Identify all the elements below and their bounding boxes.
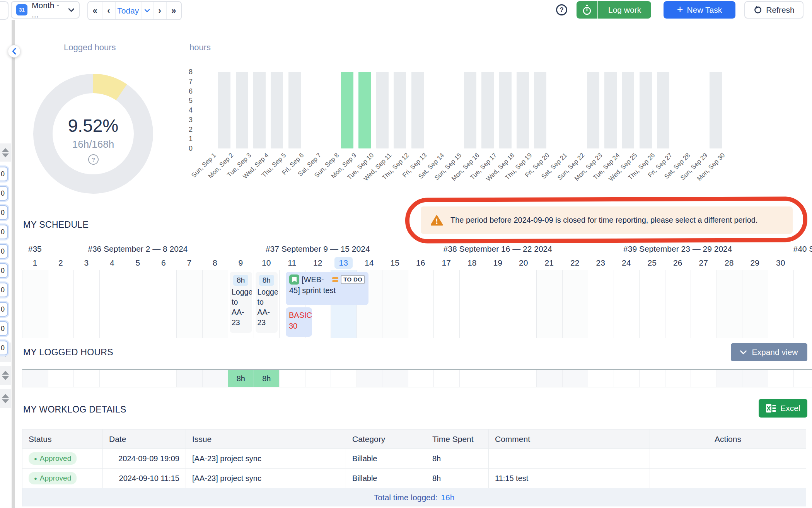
day-number: 28 [716,256,742,270]
y-axis-tick-label: 5 [177,96,193,105]
day-number: 27 [691,256,716,270]
day-number: 8 [202,256,228,270]
cutoff-chip[interactable]: 0 [0,341,8,355]
next-period-button[interactable]: › [153,2,166,19]
cutoff-chip[interactable]: 0 [0,205,8,220]
cutoff-chip[interactable]: 0 [0,321,8,336]
schedule-day-cell[interactable] [691,270,717,338]
cutoff-chip[interactable]: 0 [0,167,8,181]
chevron-down-icon [145,9,150,12]
refresh-button[interactable]: Refresh [744,1,803,19]
bar [341,72,353,148]
schedule-worklog-card[interactable]: 8hLogge to AA- 23 [256,272,278,333]
schedule-day-cell[interactable] [511,270,537,338]
collapse-panel-button[interactable] [8,45,20,58]
schedule-day-cell[interactable] [665,270,691,338]
export-excel-button[interactable]: Excel [759,399,807,418]
day-number: 29 [742,256,768,270]
cutoff-chip[interactable]: 0 [0,283,8,297]
worklog-cell-actions [650,469,806,488]
sort-handle[interactable] [0,143,11,162]
excel-icon [766,403,776,413]
day-number: 24 [614,256,640,270]
first-period-button[interactable]: « [88,2,102,19]
expand-view-label: Expand view [752,348,798,357]
axis-category-label: Wed, Sep 4 [210,152,270,211]
date-navigation: « ‹ Today › » [87,1,182,20]
logged-hours-cell [74,370,100,387]
cutoff-chip[interactable]: 0 [0,302,8,317]
donut-help-icon[interactable]: ? [88,154,99,165]
help-icon[interactable]: ? [556,4,567,15]
status-badge: ●Approved [29,472,77,484]
logged-hours-cell [717,370,743,387]
sort-down-icon [2,376,9,380]
logged-hours-cell [22,370,48,387]
schedule-day-cell[interactable] [768,270,794,338]
axis-category-label: Wed, Sep 11 [333,152,393,211]
task-card-top-row: [WEB-TO DO [289,274,365,285]
today-day-number: 13 [334,257,353,269]
bar [499,72,512,148]
bar [218,72,230,148]
logged-hours-donut-chart [33,74,153,194]
schedule-day-cell[interactable] [100,270,126,338]
schedule-day-cell[interactable] [563,270,589,338]
schedule-category-card[interactable]: BASIC 30 [286,307,312,337]
today-dropdown-button[interactable] [141,2,153,19]
sort-handle[interactable] [0,366,11,385]
logged-hours-cell [125,370,151,387]
schedule-task-card[interactable]: [WEB-TO DO45] sprint test [286,272,368,305]
day-number: 25 [639,256,665,270]
column-header: Date [103,430,186,449]
schedule-day-cell[interactable] [151,270,177,338]
new-task-label: New Task [687,5,722,15]
schedule-day-cell[interactable] [22,270,48,338]
schedule-day-cell[interactable] [125,270,151,338]
schedule-day-cell[interactable] [614,270,640,338]
schedule-day-cell[interactable] [717,270,743,338]
schedule-day-cell[interactable] [177,270,203,338]
logged-hours-cell [794,370,812,387]
axis-category-label: Fri, Sep 6 [245,152,305,211]
schedule-day-cell[interactable] [48,270,74,338]
sort-up-icon [2,394,9,398]
schedule-day-cell[interactable] [588,270,614,338]
cutoff-chip[interactable]: 0 [0,244,8,259]
worklog-cell-actions [650,449,806,469]
cutoff-chip[interactable]: 0 [0,263,8,278]
schedule-day-cell[interactable] [640,270,665,338]
bar [710,72,722,148]
logged-hours-cell[interactable]: 8h [254,370,280,387]
log-work-button[interactable]: Log work [577,1,651,19]
cutoff-chip[interactable]: 0 [0,225,8,239]
schedule-day-cell[interactable] [742,270,768,338]
schedule-day-cell[interactable] [382,270,408,338]
today-button[interactable]: Today [115,2,141,19]
previous-period-button[interactable]: ‹ [102,2,115,19]
day-number: 11 [279,256,305,270]
schedule-day-cell[interactable] [408,270,434,338]
schedule-day-cell[interactable] [434,270,460,338]
last-period-button[interactable]: » [166,2,181,19]
bar [394,72,406,148]
schedule-day-cell[interactable] [203,270,229,338]
logged-hours-cell [177,370,203,387]
period-selector-dropdown[interactable]: 31 Month - ... [11,1,80,19]
expand-view-button[interactable]: Expand view [731,343,807,361]
week-header-label: #37 September 9 — 15 2024 [266,243,370,256]
schedule-worklog-card[interactable]: 8hLogge to AA- 23 [230,272,252,333]
day-number: 3 [73,256,99,270]
start-timer-button[interactable] [577,1,598,19]
schedule-day-cell[interactable] [537,270,563,338]
day-number: 5 [125,256,151,270]
schedule-day-cell[interactable] [74,270,100,338]
cutoff-chip[interactable]: 0 [0,186,8,201]
new-task-button[interactable]: + New Task [664,1,735,19]
schedule-day-cell[interactable] [460,270,486,338]
sort-handle[interactable] [0,389,11,408]
logged-hours-cell[interactable]: 8h [228,370,254,387]
schedule-day-cell[interactable] [485,270,511,338]
day-number-row: 1234567891011121314151617181920212223242… [22,256,812,270]
logged-hours-cell [742,370,768,387]
